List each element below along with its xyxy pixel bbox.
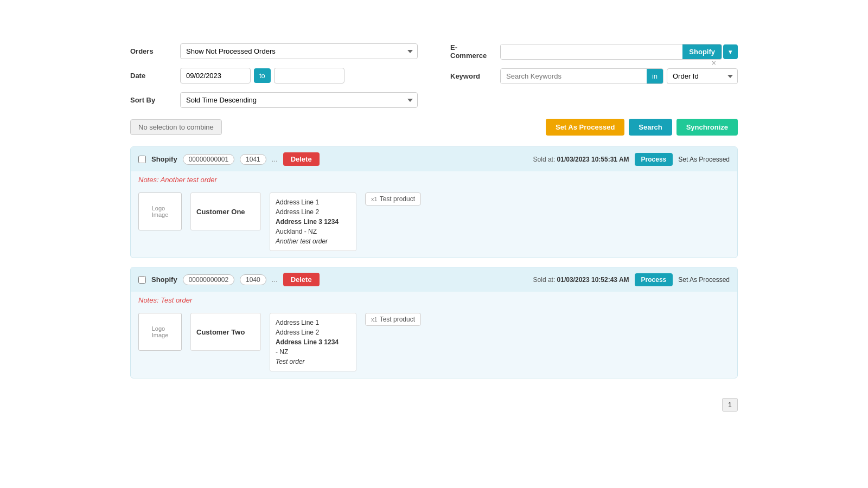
order-product-1: x1 Test product (365, 192, 421, 206)
order-header-right-1: Sold at: 01/03/2023 10:55:31 AM Process … (533, 153, 730, 166)
order-process-button-2[interactable]: Process (635, 273, 673, 286)
ecommerce-filter-row: E-Commerce Shopify ▾ (450, 43, 738, 60)
order-body-2: LogoImage Customer Two Address Line 1 Ad… (131, 306, 737, 378)
date-from-input[interactable] (180, 68, 251, 84)
keyword-input-group: in (500, 68, 663, 84)
order-number-2: 00000000002 (183, 274, 234, 285)
left-filters: Orders Show Not Processed Orders Show Al… (130, 43, 418, 108)
order-product-qty-2: x1 (371, 316, 378, 323)
order-header-right-2: Sold at: 01/03/2023 10:52:43 AM Process … (533, 273, 730, 286)
order-checkbox-1[interactable] (138, 156, 146, 163)
order-card-1: Shopify 00000000001 1041 ... Delete Sold… (130, 146, 738, 258)
action-buttons: Set As Processed Search Synchronize (546, 119, 738, 136)
orders-label: Orders (130, 47, 174, 55)
order-header-left-1: Shopify 00000000001 1041 ... Delete (138, 152, 528, 166)
order-ellipsis-2: ... (272, 275, 278, 284)
synchronize-button[interactable]: Synchronize (676, 119, 738, 136)
order-address-1: Address Line 1 Address Line 2 Address Li… (270, 192, 356, 251)
date-to-input[interactable] (274, 68, 344, 84)
orders-select[interactable]: Show Not Processed Orders Show All Order… (180, 43, 418, 59)
order-header-1: Shopify 00000000001 1041 ... Delete Sold… (131, 147, 737, 171)
order-header-left-2: Shopify 00000000002 1040 ... Delete (138, 273, 528, 286)
keyword-label: Keyword (450, 72, 494, 80)
search-button[interactable]: Search (629, 119, 672, 136)
order-set-processed-button-2[interactable]: Set As Processed (678, 273, 730, 286)
order-product-2: x1 Test product (365, 313, 421, 326)
close-button[interactable]: × (712, 59, 716, 67)
keyword-in-button[interactable]: in (647, 69, 663, 84)
order-number-1: 00000000001 (183, 154, 234, 165)
ecommerce-dropdown-button[interactable]: ▾ (723, 44, 738, 59)
order-ellipsis-1: ... (272, 155, 278, 163)
date-label: Date (130, 72, 174, 80)
order-card-2: Shopify 00000000002 1040 ... Delete Sold… (130, 267, 738, 378)
shopify-badge: Shopify (682, 44, 722, 59)
order-checkbox-2[interactable] (138, 276, 146, 284)
date-row: to (180, 68, 418, 84)
sort-filter-control: Sold Time Descending Sold Time Ascending… (180, 92, 418, 108)
order-platform-1: Shopify (151, 155, 177, 163)
filter-section: Orders Show Not Processed Orders Show Al… (130, 43, 738, 108)
date-to-button[interactable]: to (254, 68, 271, 83)
ecommerce-control: Shopify ▾ (500, 44, 738, 60)
order-product-name-1: Test product (380, 195, 415, 203)
ecommerce-label: E-Commerce (450, 43, 494, 60)
orders-list: Shopify 00000000001 1041 ... Delete Sold… (130, 146, 738, 378)
keyword-filter-row: Keyword in Order Id Customer Name Produc… (450, 68, 738, 84)
orders-filter-row: Orders Show Not Processed Orders Show Al… (130, 43, 418, 59)
order-sold-at-1: Sold at: 01/03/2023 10:55:31 AM (533, 156, 629, 163)
orders-filter-control: Show Not Processed Orders Show All Order… (180, 43, 418, 59)
order-customer-2: Customer Two (190, 313, 261, 351)
right-filters: E-Commerce Shopify ▾ Keyword in (450, 43, 738, 108)
sort-label: Sort By (130, 96, 174, 104)
order-logo-2: LogoImage (138, 313, 182, 351)
order-logo-1: LogoImage (138, 192, 182, 230)
order-delete-button-1[interactable]: Delete (283, 152, 320, 166)
order-sold-at-2: Sold at: 01/03/2023 10:52:43 AM (533, 276, 629, 284)
ecommerce-input-group: Shopify (500, 44, 722, 60)
ecommerce-input[interactable] (501, 44, 682, 59)
order-process-button-1[interactable]: Process (635, 153, 673, 166)
order-notes-2: Notes: Test order (131, 292, 737, 306)
page-button-1[interactable]: 1 (722, 398, 738, 412)
order-sequence-1: 1041 (240, 154, 266, 165)
order-platform-2: Shopify (151, 275, 177, 284)
sort-filter-row: Sort By Sold Time Descending Sold Time A… (130, 92, 418, 108)
keyword-input[interactable] (501, 69, 647, 84)
pagination: 1 (130, 387, 738, 417)
order-address-2: Address Line 1 Address Line 2 Address Li… (270, 313, 356, 371)
order-notes-1: Notes: Another test order (131, 171, 737, 186)
order-product-name-2: Test product (380, 316, 415, 323)
order-body-1: LogoImage Customer One Address Line 1 Ad… (131, 186, 737, 258)
order-customer-1: Customer One (190, 192, 261, 230)
actions-row: No selection to combine Set As Processed… (130, 119, 738, 136)
order-product-qty-1: x1 (371, 196, 378, 202)
set-as-processed-button[interactable]: Set As Processed (546, 119, 624, 136)
keyword-control: in Order Id Customer Name Product (500, 68, 738, 84)
order-set-processed-button-1[interactable]: Set As Processed (678, 153, 730, 166)
page-container: × Orders Show Not Processed Orders Show … (108, 0, 760, 439)
order-header-2: Shopify 00000000002 1040 ... Delete Sold… (131, 267, 737, 292)
no-selection-button: No selection to combine (130, 119, 222, 135)
order-delete-button-2[interactable]: Delete (283, 273, 320, 286)
date-filter-row: Date to (130, 68, 418, 84)
keyword-field-select[interactable]: Order Id Customer Name Product (667, 68, 738, 84)
order-sequence-2: 1040 (240, 274, 266, 285)
sort-select[interactable]: Sold Time Descending Sold Time Ascending… (180, 92, 418, 108)
